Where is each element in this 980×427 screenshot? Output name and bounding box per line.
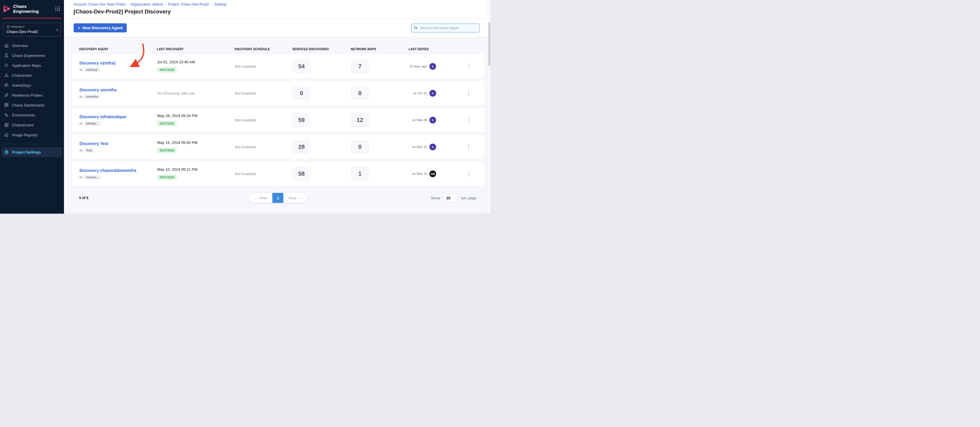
- page-size-value: 20: [446, 196, 450, 200]
- status-badge: SUCCESS: [157, 148, 177, 153]
- row-count: 5 of 5: [79, 196, 88, 200]
- breadcrumb-settings[interactable]: Settings: [214, 2, 227, 6]
- current-page-button[interactable]: 1: [272, 193, 284, 203]
- chevron-right-icon: ›: [56, 27, 58, 32]
- network-icon: [4, 73, 9, 78]
- gear-icon: [4, 150, 9, 154]
- row-menu-icon[interactable]: [467, 116, 471, 124]
- services-discovered-count: 28: [293, 140, 310, 154]
- sidebar-item-chaoshubs[interactable]: ChaosHubs: [0, 70, 64, 80]
- last-edited-text: on May 28: [409, 118, 427, 122]
- page-size-select[interactable]: 20 ⌄: [443, 194, 459, 202]
- sidebar-item-chaos-experiments[interactable]: Chaos Experiments: [0, 51, 64, 60]
- discovery-schedule: Not Available: [235, 145, 256, 149]
- chevron-right-icon: ›: [165, 3, 166, 6]
- last-edited-text: on May 15: [409, 145, 427, 149]
- avatar[interactable]: S: [430, 90, 436, 97]
- breadcrumb: Account: Chaos Dev Team Prod2 › Organiza…: [73, 2, 484, 6]
- sidebar-item-chaos-dashboards[interactable]: Chaos Dashboards: [0, 100, 64, 110]
- table-row: Discovery smrinfra Id:smrinfra No Discov…: [71, 81, 485, 106]
- row-menu-icon[interactable]: [467, 143, 471, 151]
- project-name: Chaos-Dev-Prod2: [6, 30, 56, 34]
- sidebar-item-label: Overview: [12, 43, 28, 48]
- main-content: Account: Chaos Dev Team Prod2 › Organiza…: [64, 0, 490, 214]
- last-discovery-date: Jul 01, 2024 10:45 AM: [157, 60, 235, 64]
- row-menu-icon[interactable]: [467, 170, 471, 178]
- sidebar-item-environments[interactable]: Environments: [0, 110, 64, 120]
- table-row: Discovery Test Id:Test May 15, 2024 05:5…: [71, 134, 485, 159]
- sidebar-item-overview[interactable]: Overview: [0, 41, 64, 51]
- agent-id-pill: smrinfra: [84, 94, 100, 99]
- discovery-schedule: Not Available: [235, 172, 256, 176]
- discovery-agent-link[interactable]: Discovery infraboutique: [80, 114, 126, 119]
- avatar[interactable]: SM: [430, 170, 436, 177]
- sidebar-item-resilience-probes[interactable]: Resilience Probes: [0, 90, 64, 100]
- last-edited-text: on May 15: [409, 172, 427, 175]
- column-header-discovery-agent: DISCOVERY AGENT: [79, 48, 157, 51]
- avatar[interactable]: S: [430, 117, 436, 124]
- discovery-agent-link[interactable]: Discovery smrinfra: [80, 87, 116, 92]
- next-page-button[interactable]: Next →: [284, 193, 307, 203]
- sidebar-item-label: Chaos Experiments: [12, 53, 45, 58]
- sidebar-item-label: ChaosGuard: [12, 123, 33, 127]
- sidebar-item-chaosguard[interactable]: ChaosGuard: [0, 120, 64, 130]
- network-maps-count: 0: [351, 140, 369, 154]
- last-edited-text: on Jun 14: [409, 91, 427, 95]
- discovery-agent-link[interactable]: Discovery chaosv2demoinfra: [80, 168, 137, 173]
- app-title: Chaos Engineering: [13, 4, 52, 14]
- new-discovery-agent-button[interactable]: + New Discovery Agent: [73, 23, 127, 32]
- page-size-control: Show 20 ⌄ per page: [431, 194, 485, 202]
- prev-page-button[interactable]: ← Prev: [249, 193, 272, 203]
- search-wrap: [411, 24, 480, 32]
- column-header-discovery-schedule: DISCOVERY SCHEDULE: [235, 48, 293, 51]
- vertical-scrollbar[interactable]: [488, 0, 490, 214]
- column-header-network-maps: NETWORK MAPS: [351, 48, 409, 51]
- avatar[interactable]: S: [430, 144, 436, 150]
- prev-label: Prev: [260, 196, 267, 200]
- row-menu-icon[interactable]: [467, 89, 471, 97]
- column-header-services-discovered: SERVICES DISCOVERED: [293, 48, 351, 51]
- project-label: PROJECT: [11, 25, 25, 28]
- chevron-right-icon: ›: [211, 3, 212, 6]
- sidebar-item-application-maps[interactable]: Application Maps: [0, 60, 64, 70]
- discovery-schedule: Not Available: [235, 118, 256, 122]
- registry-gear-icon: [4, 132, 9, 137]
- flask-icon: [4, 53, 9, 58]
- sidebar-item-label: Chaos Dashboards: [12, 103, 45, 107]
- plus-icon: +: [78, 26, 80, 30]
- avatar[interactable]: S: [430, 63, 436, 70]
- table-row: Discovery v2infra1 Id:v2infra1 Jul 01, 2…: [71, 54, 485, 79]
- app-grid-icon[interactable]: [55, 6, 60, 11]
- sidebar-nav: Overview Chaos Experiments Application M…: [0, 41, 64, 157]
- page-header: Account: Chaos Dev Team Prod2 › Organiza…: [64, 0, 490, 19]
- arrow-right-icon: →: [298, 196, 302, 200]
- row-menu-icon[interactable]: [467, 62, 471, 70]
- chaos-engineering-logo: [2, 5, 11, 13]
- network-maps-count: 12: [351, 113, 369, 127]
- search-discovery-agent-input[interactable]: [411, 24, 480, 32]
- agent-id-pill: chaosv...: [84, 175, 101, 179]
- sidebar-item-project-settings[interactable]: Project Settings: [2, 147, 62, 157]
- agent-id-pill: infrabo...: [84, 121, 101, 126]
- sidebar-item-label: Resilience Probes: [12, 93, 43, 97]
- discovery-agent-link[interactable]: Discovery v2infra1: [80, 61, 116, 65]
- sidebar: Chaos Engineering PROJECT Chaos-Dev-Prod…: [0, 0, 64, 214]
- last-discovery-date: May 28, 2024 09:34 PM: [157, 114, 235, 118]
- sidebar-item-image-registry[interactable]: Image Registry: [0, 130, 64, 140]
- scrollbar-thumb[interactable]: [488, 22, 490, 66]
- breadcrumb-organization[interactable]: Organization: default: [130, 2, 163, 6]
- breadcrumb-account[interactable]: Account: Chaos Dev Team Prod2: [73, 2, 125, 6]
- table-header-row: DISCOVERY AGENT LAST DISCOVERY DISCOVERY…: [71, 48, 485, 51]
- chevron-down-icon: ⌄: [453, 197, 455, 200]
- discovery-agent-table: DISCOVERY AGENT LAST DISCOVERY DISCOVERY…: [64, 37, 490, 214]
- sidebar-item-gamedays[interactable]: GameDays: [0, 80, 64, 90]
- discovery-agent-link[interactable]: Discovery Test: [80, 141, 108, 146]
- breadcrumb-project[interactable]: Project: Chaos-Dev-Prod2: [168, 2, 209, 6]
- project-selector[interactable]: PROJECT Chaos-Dev-Prod2 ›: [3, 23, 61, 37]
- toolbar: + New Discovery Agent: [64, 19, 490, 37]
- lock-icon: [4, 122, 9, 127]
- id-label: Id:: [80, 149, 83, 152]
- last-discovery-date: No Discovery data yet: [157, 91, 235, 95]
- id-label: Id:: [80, 122, 83, 125]
- id-label: Id:: [80, 68, 83, 71]
